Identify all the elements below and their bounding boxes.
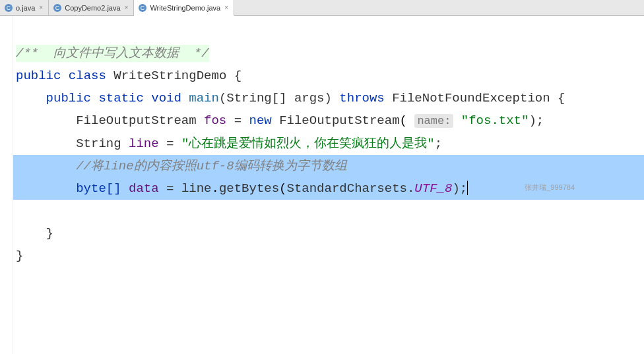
code-line: FileOutputStream fos = new FileOutputStr… <box>13 109 644 133</box>
tab-file-2[interactable]: C WriteStringDemo.java × <box>134 0 234 16</box>
watermark: 张井瑞_999784 <box>525 176 575 198</box>
close-icon[interactable]: × <box>38 4 44 11</box>
java-class-icon: C <box>138 3 147 13</box>
tab-label: CopyDemo2.java <box>65 4 120 12</box>
java-class-icon: C <box>4 3 13 13</box>
svg-text:C: C <box>7 5 11 11</box>
gutter[interactable] <box>0 16 13 354</box>
tab-bar: C o.java × C CopyDemo2.java × C WriteStr… <box>0 0 644 16</box>
tab-label: o.java <box>16 4 35 12</box>
text-caret <box>467 181 468 195</box>
tab-label: WriteStringDemo.java <box>150 4 220 12</box>
code-line: } <box>13 245 644 267</box>
code-line: public class WriteStringDemo { <box>13 65 644 87</box>
code-editor[interactable]: 张井瑞_999784 /** 向文件中写入文本数据 */ public clas… <box>13 16 644 354</box>
code-line: public static void main(String[] args) t… <box>13 87 644 109</box>
svg-text:C: C <box>141 5 145 11</box>
code-line: /** 向文件中写入文本数据 */ <box>13 42 644 65</box>
tab-file-0[interactable]: C o.java × <box>0 0 49 15</box>
close-icon[interactable]: × <box>223 4 230 11</box>
svg-text:C: C <box>55 5 60 11</box>
code-line <box>13 200 644 222</box>
editor-area: 张井瑞_999784 /** 向文件中写入文本数据 */ public clas… <box>0 16 644 354</box>
tab-file-1[interactable]: C CopyDemo2.java × <box>49 0 134 15</box>
code-line: } <box>13 222 644 245</box>
java-class-icon: C <box>53 3 62 13</box>
code-line: String line = "心在跳是爱情如烈火，你在笑疯狂的人是我"; <box>13 133 644 155</box>
parameter-hint: name: <box>414 114 453 128</box>
close-icon[interactable]: × <box>123 4 130 11</box>
code-line-selected: //将line的内容按照utf-8编码转换为字节数组 <box>13 155 644 177</box>
